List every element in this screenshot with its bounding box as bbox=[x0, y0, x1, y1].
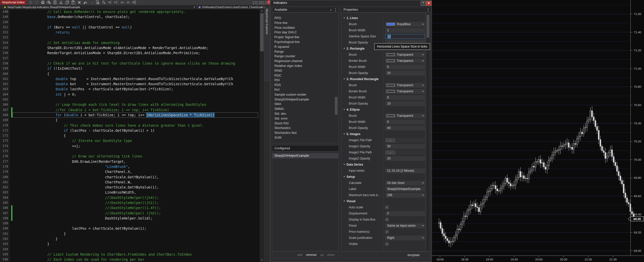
page-template-icon[interactable] bbox=[53, 0, 57, 5]
code-line[interactable]: 170 // This check makes sure lines have … bbox=[0, 123, 260, 128]
available-item[interactable]: RSI bbox=[272, 78, 338, 83]
code-line[interactable]: 185 //(DashStyleHelper)(j%1)); bbox=[0, 200, 260, 205]
info-button[interactable]: i bbox=[330, 7, 331, 12]
code-line[interactable]: 154 // Set AntiAlias mode for smoothing bbox=[0, 40, 260, 45]
chart-window[interactable]: 71.6071.4071.2071.0070.8070.6070.4070.20… bbox=[432, 0, 644, 262]
code-line[interactable]: 167 //for (double i = bot-TickSize; i <=… bbox=[0, 107, 260, 112]
code-line[interactable]: 163 double lastPos = chartScale.GetYByVa… bbox=[0, 86, 260, 92]
value-input[interactable]: 30 bbox=[385, 144, 425, 149]
value-input[interactable]: 40 bbox=[385, 126, 425, 130]
available-item[interactable]: Sample custom render bbox=[272, 92, 338, 97]
available-item[interactable]: PPO bbox=[272, 16, 338, 21]
code-vertical-scrollbar[interactable]: ▲ ▼ bbox=[260, 9, 264, 262]
code-line[interactable]: 153 bbox=[0, 35, 260, 40]
scrollbar-thumb[interactable] bbox=[335, 97, 338, 115]
code-line[interactable]: 173 // Iterate our DashStyle type bbox=[0, 138, 260, 143]
brush-dropdown[interactable]: Transparent▾ bbox=[385, 59, 425, 63]
undo-icon[interactable] bbox=[83, 0, 88, 5]
available-item[interactable]: Prior day OHLC bbox=[272, 30, 338, 35]
code-line[interactable]: 186 //(DashStyleHelper)(1.4f)); bbox=[0, 205, 260, 210]
scrollbar-thumb[interactable] bbox=[427, 15, 429, 38]
available-item[interactable]: Range counter bbox=[272, 54, 338, 59]
brush-dropdown[interactable]: Transparent▾ bbox=[385, 52, 425, 57]
available-item[interactable]: RVI bbox=[272, 88, 338, 92]
available-item[interactable]: SMMA bbox=[272, 107, 338, 111]
scroll-down-icon[interactable]: ▼ bbox=[260, 258, 264, 262]
value-input[interactable]: 5 bbox=[385, 120, 425, 124]
value-input[interactable]: SharpDXHelperExample bbox=[385, 187, 425, 192]
code-line[interactable]: 165 bbox=[0, 97, 260, 102]
value-input[interactable]: CL 01-24 (2 Minute) bbox=[385, 168, 425, 173]
visual-studio-icon[interactable] bbox=[132, 0, 136, 5]
available-item[interactable]: SharpDXHelperExample bbox=[272, 97, 338, 102]
value-input-focused[interactable]: 10 bbox=[385, 34, 425, 39]
uncomment-icon[interactable] bbox=[126, 0, 130, 5]
code-line[interactable]: 187 //(DashStyleHelper) (j%5)); bbox=[0, 211, 260, 216]
collapse-arrow-icon[interactable]: ▼ bbox=[343, 108, 345, 111]
configured-indicators-list[interactable]: SharpDXHelperExample bbox=[272, 152, 339, 251]
brush-dropdown[interactable]: Transparent▾ bbox=[385, 113, 425, 118]
available-indicators-list[interactable]: PPOPrice linePrice oscillatorPrior day O… bbox=[272, 12, 339, 143]
code-line[interactable]: 160 { bbox=[0, 71, 260, 76]
code-line[interactable]: 171 if (lastPos - chartScale.GetYByValue… bbox=[0, 128, 260, 133]
code-line[interactable]: 195 // Limit Custom Rendering to ChartBa… bbox=[0, 252, 260, 257]
checkbox[interactable]: ✓ bbox=[385, 242, 389, 246]
code-line[interactable]: 164 int j = 0; bbox=[0, 92, 260, 97]
remove-button[interactable]: remove bbox=[306, 253, 317, 257]
code-line[interactable]: 184 //(DashStyleHelper)(j%4)); bbox=[0, 195, 260, 200]
code-line-current[interactable]: 168 for (double i = bot-TickSize; i <= t… bbox=[0, 112, 260, 118]
available-item[interactable]: Proper Signal Bar bbox=[272, 35, 338, 40]
available-list-scrollbar[interactable] bbox=[335, 13, 338, 143]
comment-icon[interactable] bbox=[120, 0, 124, 5]
value-input[interactable]: 1 bbox=[385, 28, 425, 33]
collapse-arrow-icon[interactable]: ▼ bbox=[343, 78, 345, 80]
available-item[interactable]: Std. error bbox=[272, 116, 338, 121]
code-line[interactable]: 162 double bot = Instrument.MasterInstru… bbox=[0, 81, 260, 86]
available-item[interactable]: Range bbox=[272, 49, 338, 54]
code-line[interactable]: 189 bbox=[0, 221, 260, 226]
code-line[interactable]: 152 return; bbox=[0, 30, 260, 35]
help-button[interactable]: ? bbox=[421, 1, 426, 6]
code-line[interactable]: 159 if (!IsInHitTest) bbox=[0, 66, 260, 71]
code-line[interactable]: 193 } bbox=[0, 241, 260, 246]
find-references-icon[interactable] bbox=[96, 0, 100, 5]
checkbox[interactable]: ✓ bbox=[385, 218, 389, 221]
available-item[interactable]: RSS bbox=[272, 83, 338, 88]
compile-icon[interactable] bbox=[102, 0, 106, 5]
available-item[interactable]: Stoch RSI bbox=[272, 121, 338, 126]
collapse-arrow-icon[interactable]: ▼ bbox=[343, 163, 345, 166]
code-line[interactable]: 166 // Loop through each tick level to d… bbox=[0, 102, 260, 107]
code-line[interactable]: 175 bbox=[0, 149, 260, 154]
value-input[interactable]: 5 bbox=[385, 65, 425, 69]
collapse-arrow-icon[interactable]: ▼ bbox=[343, 17, 345, 19]
code-line[interactable]: 161 double top = Instrument.MasterInstru… bbox=[0, 76, 260, 81]
scroll-up-icon[interactable]: ▲ bbox=[260, 9, 264, 13]
code-line[interactable]: 190 lastPos = chartScale.GetYByValue(i); bbox=[0, 226, 260, 231]
code-line[interactable]: 181 ChartPanel.W, bbox=[0, 180, 260, 185]
code-line[interactable]: 156 RenderTarget.AntialiasMode = SharpDX… bbox=[0, 50, 260, 55]
brush-dropdown[interactable]: Transparent▾ bbox=[385, 83, 425, 88]
value-dropdown[interactable]: 256▾ bbox=[385, 193, 425, 198]
print-preview-icon[interactable] bbox=[47, 0, 51, 5]
print-icon[interactable] bbox=[41, 0, 45, 5]
code-editor[interactable]: 148 // Call base.OnRender() to ensure pl… bbox=[0, 9, 260, 262]
code-line[interactable]: 157 bbox=[0, 56, 260, 61]
delete-icon[interactable] bbox=[77, 0, 82, 5]
code-line[interactable]: 148 // Call base.OnRender() to ensure pl… bbox=[0, 9, 260, 14]
dialog-titlebar[interactable]: Indicators ? ✕ bbox=[270, 0, 432, 6]
available-item[interactable]: Std. dev. bbox=[272, 111, 338, 116]
code-line[interactable]: 194 bbox=[0, 247, 260, 252]
code-line[interactable]: 182 chartScale.GetYByValue(i), bbox=[0, 185, 260, 190]
available-item[interactable]: Regression channel bbox=[272, 59, 338, 64]
code-line[interactable]: 191 } bbox=[0, 231, 260, 236]
code-line[interactable]: 188 DashStyleHelper.Solid); bbox=[0, 216, 260, 221]
class-dropdown[interactable]: NinjaTrader.NinjaScript.Indicators.Sharp… bbox=[3, 5, 196, 9]
code-line[interactable]: 180 chartScale.GetYByValue(i), bbox=[0, 174, 260, 180]
value-input[interactable]: 0 bbox=[385, 211, 425, 216]
brush-dropdown[interactable]: Transparent▾ bbox=[385, 89, 425, 94]
code-line[interactable]: 179 ChartPanel.X, bbox=[0, 169, 260, 174]
code-line[interactable]: 155 SharpDX.Direct2D1.AntialiasMode oldA… bbox=[0, 45, 260, 50]
checkbox[interactable]: ✓ bbox=[385, 230, 389, 234]
method-dropdown[interactable]: OnRender(ChartControl chartControl, Char… bbox=[197, 5, 264, 9]
collapse-arrow-icon[interactable]: ▼ bbox=[343, 47, 345, 50]
